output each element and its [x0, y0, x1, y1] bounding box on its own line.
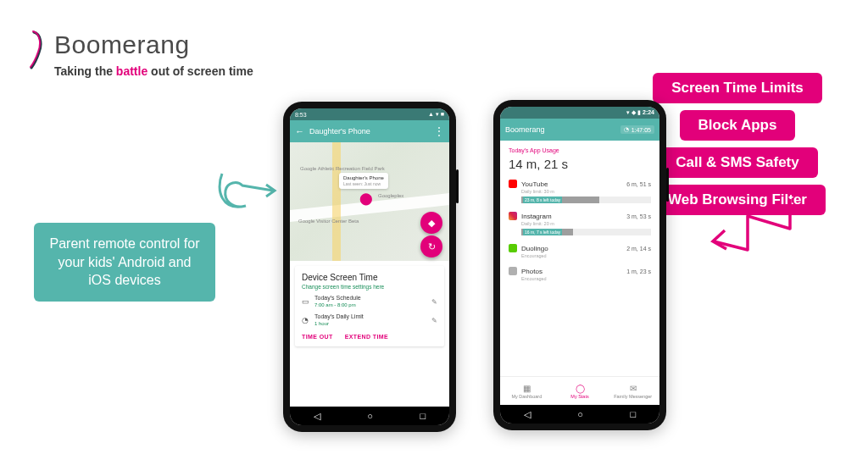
- photos-icon: [509, 267, 517, 275]
- feature-pills: Screen Time Limits Block Apps Call & SMS…: [649, 73, 826, 215]
- instagram-icon: [509, 212, 517, 220]
- calendar-icon: ▭: [302, 297, 310, 306]
- edit-icon[interactable]: ✎: [431, 317, 437, 324]
- schedule-row[interactable]: ▭ Today's Schedule7:00 am - 8:00 pm ✎: [302, 295, 437, 308]
- back-icon[interactable]: ←: [295, 126, 304, 136]
- settings-link[interactable]: Change screen time settings here: [302, 284, 437, 290]
- android-status-bar: 8:53▲ ▾ ■: [290, 108, 449, 120]
- usage-total: 14 m, 21 s: [500, 155, 659, 176]
- limit-row[interactable]: ◔ Today's Daily Limit1 hour ✎: [302, 313, 437, 327]
- menu-icon[interactable]: ⋮: [434, 125, 444, 137]
- bottom-tabs: ▦My Dashboard ◯My Stats ✉Family Messenge…: [500, 376, 659, 405]
- app-usage-row[interactable]: Duolingo2 m, 14 s Encouraged: [500, 241, 659, 263]
- appbar-title: Daughter's Phone: [309, 127, 370, 136]
- edit-icon[interactable]: ✎: [431, 298, 437, 306]
- timer-icon: ◔: [302, 316, 310, 324]
- android-nav[interactable]: ◁○□: [290, 407, 449, 425]
- tab-messenger[interactable]: ✉Family Messenger: [606, 377, 659, 405]
- duolingo-icon: [509, 244, 517, 252]
- brand-name: Boomerang: [54, 30, 253, 59]
- map-poi: Googleplex: [378, 193, 403, 198]
- app-usage-row[interactable]: YouTube6 m, 51 s Daily limit: 30 m 23 m,…: [500, 176, 659, 208]
- tab-stats[interactable]: ◯My Stats: [554, 377, 607, 405]
- timer-badge[interactable]: ◔ 1:47:05: [620, 125, 654, 134]
- map-poi: Google Athletic Recreation Field Park: [300, 166, 385, 171]
- dashboard-icon: ▦: [523, 384, 531, 393]
- android-nav[interactable]: ◁○□: [500, 405, 659, 424]
- timeout-button[interactable]: TIME OUT: [302, 334, 333, 340]
- fab-refresh[interactable]: ↻: [420, 235, 442, 257]
- phone-parent: 8:53▲ ▾ ■ ← Daughter's Phone ⋮ Google At…: [283, 102, 456, 432]
- progress-bar: 23 m, 8 s left today: [521, 197, 651, 203]
- map-poi: Google Visitor Center Beta: [298, 219, 359, 224]
- extend-time-button[interactable]: EXTEND TIME: [345, 334, 388, 340]
- fab-directions[interactable]: ◆: [420, 212, 442, 234]
- app-usage-row[interactable]: Photos1 m, 23 s Encouraged: [500, 263, 659, 286]
- map-tooltip[interactable]: Daughter's Phone Last seen: Just now: [339, 173, 388, 189]
- appbar[interactable]: ← Daughter's Phone ⋮: [290, 120, 449, 142]
- callout-box: Parent remote control for your kids' And…: [34, 223, 215, 302]
- appbar: Boomerang ◔ 1:47:05: [500, 119, 659, 141]
- messenger-icon: ✉: [630, 384, 637, 393]
- progress-bar: 16 m, 7 s left today: [521, 229, 651, 235]
- zigzag-arrow-icon: [709, 195, 798, 280]
- stats-icon: ◯: [576, 384, 585, 393]
- map-view[interactable]: Google Athletic Recreation Field Park Go…: [290, 142, 449, 261]
- tagline: Taking the battle out of screen time: [54, 64, 253, 78]
- tab-dashboard[interactable]: ▦My Dashboard: [500, 377, 554, 405]
- swoop-arrow-icon: [214, 165, 281, 224]
- feature-pill: Call & SMS Safety: [657, 147, 818, 178]
- screen-time-card: Device Screen Time Change screen time se…: [295, 266, 444, 346]
- app-usage-row[interactable]: Instagram3 m, 53 s Daily limit: 20 m 16 …: [500, 208, 659, 241]
- map-pin-icon[interactable]: ⬤: [359, 191, 373, 205]
- card-title: Device Screen Time: [302, 273, 437, 282]
- youtube-icon: [509, 180, 517, 188]
- feature-pill: Screen Time Limits: [653, 73, 822, 103]
- usage-heading: Today's App Usage: [500, 141, 659, 155]
- appbar-title: Boomerang: [505, 125, 545, 134]
- feature-pill: Block Apps: [680, 110, 796, 141]
- logo-area: Boomerang Taking the battle out of scree…: [29, 30, 253, 78]
- boomerang-logo-icon: [29, 30, 44, 69]
- phone-child: ▾ ◆ ▮ 2:24 Boomerang ◔ 1:47:05 Today's A…: [493, 100, 666, 430]
- android-status-bar: ▾ ◆ ▮ 2:24: [500, 107, 659, 119]
